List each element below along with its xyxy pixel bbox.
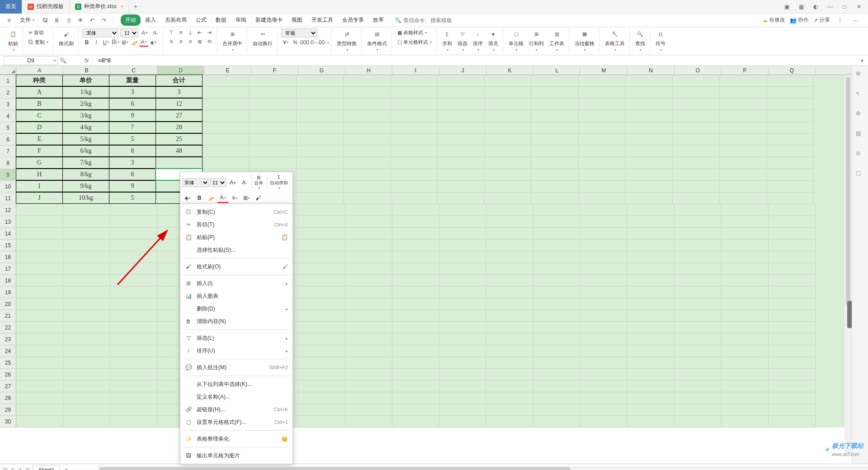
cell[interactable]: [533, 381, 580, 392]
cell[interactable]: [110, 287, 157, 298]
cell[interactable]: [533, 404, 580, 416]
cell[interactable]: [673, 193, 720, 204]
cell[interactable]: [345, 263, 392, 275]
cells-area[interactable]: 种类单价重量合计A1/kg33B2/kg612C3/kg927D4/kg728E…: [16, 75, 852, 428]
cell[interactable]: [298, 310, 345, 322]
cell[interactable]: [627, 240, 675, 251]
cell[interactable]: [298, 345, 345, 357]
col-header-N[interactable]: N: [627, 66, 675, 75]
cell[interactable]: [485, 99, 532, 110]
cell[interactable]: [533, 204, 580, 216]
cell[interactable]: [298, 216, 345, 228]
sheet-tab-1[interactable]: Sheet1: [33, 465, 60, 470]
cell[interactable]: [63, 404, 110, 416]
cell[interactable]: [533, 322, 580, 334]
cell[interactable]: [345, 416, 392, 428]
cell[interactable]: [16, 287, 63, 298]
cell[interactable]: 单价: [62, 75, 109, 86]
cell[interactable]: [203, 157, 250, 169]
cell[interactable]: [298, 287, 345, 298]
cell[interactable]: [532, 146, 579, 157]
cell[interactable]: [110, 251, 157, 263]
currency-icon[interactable]: ¥▾: [281, 38, 290, 47]
cell[interactable]: [297, 146, 344, 157]
cell[interactable]: [580, 369, 627, 381]
cell[interactable]: [769, 392, 816, 404]
mini-align-button[interactable]: ≡▾: [229, 193, 240, 203]
cell[interactable]: H: [16, 169, 63, 180]
cell[interactable]: [392, 322, 439, 334]
cell[interactable]: [533, 216, 580, 228]
vertical-scrollbar[interactable]: [844, 75, 852, 456]
cell[interactable]: [63, 275, 110, 287]
sort-button[interactable]: ↕排序▾: [471, 28, 485, 53]
cell[interactable]: [16, 334, 63, 345]
row-header-28[interactable]: 28: [0, 392, 16, 404]
cell[interactable]: [345, 275, 392, 287]
cell[interactable]: [580, 251, 627, 263]
cell[interactable]: [532, 157, 579, 169]
mini-clear-icon[interactable]: ◈▾: [182, 193, 193, 203]
cell[interactable]: [16, 404, 63, 416]
cell[interactable]: [298, 298, 345, 310]
cell[interactable]: [439, 416, 486, 428]
cell[interactable]: [485, 75, 532, 87]
cell[interactable]: [297, 122, 344, 134]
command-search[interactable]: 🔍: [395, 17, 458, 24]
cell[interactable]: [297, 157, 344, 169]
cell[interactable]: [720, 169, 767, 181]
preview-icon[interactable]: 👁: [75, 15, 86, 26]
cell[interactable]: [63, 216, 110, 228]
cell[interactable]: 2/kg: [62, 98, 109, 110]
cell[interactable]: [298, 240, 345, 251]
cell[interactable]: [673, 181, 720, 193]
tab-document[interactable]: S 种类单价.xlsx •: [70, 0, 129, 14]
cell-style-button[interactable]: ▢单元格样式▾: [396, 38, 434, 47]
cell[interactable]: [486, 251, 533, 263]
cell[interactable]: [486, 298, 533, 310]
cell[interactable]: [767, 110, 814, 122]
cell[interactable]: [439, 204, 486, 216]
cell[interactable]: [769, 404, 816, 416]
cell[interactable]: [627, 404, 675, 416]
cell[interactable]: [486, 392, 533, 404]
cell[interactable]: 3: [109, 86, 156, 98]
font-name-select[interactable]: 宋体: [82, 28, 118, 38]
row-header-16[interactable]: 16: [0, 251, 16, 263]
strikethrough-button[interactable]: 田▾: [111, 38, 120, 47]
collab-button[interactable]: 👥协作: [790, 16, 809, 24]
sheet-next-icon[interactable]: >: [17, 466, 23, 470]
cell[interactable]: [533, 228, 580, 240]
cell[interactable]: [391, 75, 438, 87]
cell[interactable]: [344, 75, 391, 87]
cell[interactable]: [391, 169, 438, 181]
cell[interactable]: [722, 263, 769, 275]
cell[interactable]: [722, 275, 769, 287]
merge-center-button[interactable]: ⊞合并居中▾: [221, 28, 244, 53]
cell[interactable]: 9/kg: [62, 180, 109, 192]
cell[interactable]: [439, 404, 486, 416]
cell[interactable]: [438, 75, 485, 87]
mini-format-painter-button[interactable]: 🖌: [253, 193, 264, 203]
cell[interactable]: [16, 298, 63, 310]
cell[interactable]: [298, 369, 345, 381]
cell[interactable]: [767, 122, 814, 134]
cell[interactable]: [580, 416, 627, 428]
cell[interactable]: [627, 322, 675, 334]
cell[interactable]: [63, 416, 110, 428]
cell[interactable]: [767, 146, 814, 157]
cell[interactable]: [439, 357, 486, 369]
cell[interactable]: [438, 134, 485, 146]
cell[interactable]: [580, 287, 627, 298]
cell[interactable]: [392, 334, 439, 345]
justify-icon[interactable]: ≣: [195, 38, 204, 46]
row-col-button[interactable]: ⊞行和列▾: [527, 28, 546, 53]
cell[interactable]: [769, 345, 816, 357]
cell[interactable]: [391, 193, 438, 204]
cell[interactable]: [673, 146, 720, 157]
cell[interactable]: C: [16, 110, 63, 122]
cell[interactable]: [767, 75, 814, 87]
cell[interactable]: [439, 345, 486, 357]
cell[interactable]: [675, 369, 722, 381]
share-button[interactable]: ↗分享: [813, 16, 830, 24]
